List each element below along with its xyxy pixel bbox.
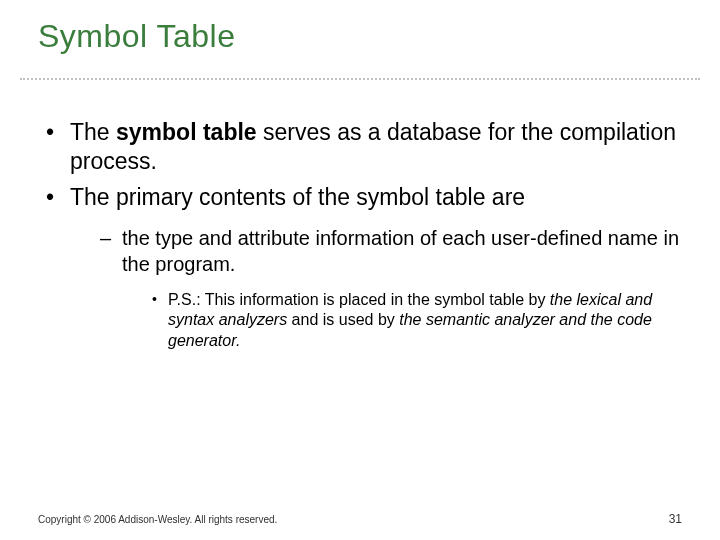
bullet-2-text: The primary contents of the symbol table… <box>70 184 525 210</box>
bullet-1-text-bold: symbol table <box>116 119 257 145</box>
bullet-2: The primary contents of the symbol table… <box>38 183 682 352</box>
slide: Symbol Table The symbol table serves as … <box>0 0 720 540</box>
title-divider <box>20 78 700 80</box>
bullet-1-text-pre: The <box>70 119 116 145</box>
bullet-list-level1: The symbol table serves as a database fo… <box>38 118 682 352</box>
bullet-list-level3: P.S.: This information is placed in the … <box>122 290 682 352</box>
page-number: 31 <box>669 512 682 526</box>
slide-footer: Copyright © 2006 Addison-Wesley. All rig… <box>38 512 682 526</box>
subbullet-1: the type and attribute information of ea… <box>98 226 682 352</box>
subsubbullet-1: P.S.: This information is placed in the … <box>150 290 682 352</box>
slide-title: Symbol Table <box>38 18 236 55</box>
slide-content: The symbol table serves as a database fo… <box>38 118 682 358</box>
subbullet-1-text: the type and attribute information of ea… <box>122 227 679 275</box>
bullet-1: The symbol table serves as a database fo… <box>38 118 682 177</box>
subsub-text-mid: and is used by <box>287 311 399 328</box>
bullet-list-level2: the type and attribute information of ea… <box>70 226 682 352</box>
subsub-text-pre: P.S.: This information is placed in the … <box>168 291 550 308</box>
copyright-text: Copyright © 2006 Addison-Wesley. All rig… <box>38 514 277 525</box>
